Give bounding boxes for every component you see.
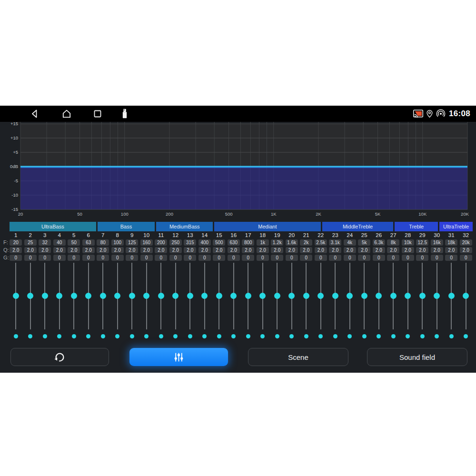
q-value-box: 2.0 — [9, 247, 23, 254]
gain-slider[interactable] — [139, 262, 154, 332]
q-value: 2.0 — [198, 247, 211, 253]
gain-slider[interactable] — [386, 262, 401, 332]
gain-slider[interactable] — [285, 262, 299, 332]
gain-slider[interactable] — [110, 262, 125, 332]
gain-slider[interactable] — [314, 262, 328, 332]
gain-slider[interactable] — [9, 262, 23, 332]
gain-slider[interactable] — [343, 262, 357, 332]
slider-thumb[interactable] — [361, 293, 367, 299]
slider-thumb[interactable] — [201, 293, 208, 299]
gain-slider[interactable] — [52, 262, 67, 332]
q-value-box: 2.0 — [227, 247, 241, 254]
eq-chart-svg: +15+10+50dB-5-10-1520501002005001K2K5K10… — [0, 122, 476, 220]
q-value: 2.0 — [300, 247, 312, 253]
equalizer-button[interactable] — [129, 348, 228, 366]
slider-thumb[interactable] — [56, 293, 62, 299]
slider-thumb[interactable] — [259, 293, 266, 299]
gain-slider[interactable] — [38, 262, 52, 332]
slider-thumb[interactable] — [448, 293, 455, 299]
q-value: 2.0 — [402, 247, 414, 253]
gain-slider[interactable] — [241, 262, 256, 332]
gain-slider[interactable] — [227, 262, 241, 332]
freq-value: 3.1k — [329, 239, 341, 246]
slider-thumb[interactable] — [27, 293, 33, 299]
freq-value: 200 — [155, 239, 167, 246]
slider-thumb[interactable] — [245, 293, 251, 299]
gain-slider[interactable] — [401, 262, 416, 332]
gain-slider[interactable] — [81, 262, 96, 332]
gain-slider[interactable] — [23, 262, 38, 332]
band-number: 31 — [444, 231, 459, 238]
gain-value: 0 — [228, 255, 240, 261]
gain-value-box: 0 — [430, 254, 445, 261]
slider-thumb[interactable] — [13, 293, 19, 299]
gain-slider[interactable] — [96, 262, 110, 332]
q-value: 2.0 — [387, 247, 399, 253]
gain-slider[interactable] — [328, 262, 343, 332]
x-tick-label: 20K — [461, 211, 469, 217]
gain-slider[interactable] — [125, 262, 139, 332]
scene-button[interactable]: Scene — [248, 348, 348, 366]
slider-thumb[interactable] — [216, 293, 222, 299]
gain-slider[interactable] — [459, 262, 474, 332]
slider-thumb[interactable] — [143, 293, 149, 299]
slider-thumb[interactable] — [129, 293, 135, 299]
gain-slider[interactable] — [169, 262, 183, 332]
min-marker — [23, 333, 38, 339]
slider-thumb[interactable] — [303, 293, 309, 299]
freq-value: 8k — [387, 239, 399, 246]
slider-thumb[interactable] — [288, 293, 295, 299]
slider-thumb[interactable] — [42, 293, 48, 299]
slider-thumb[interactable] — [114, 293, 120, 299]
q-value: 2.0 — [111, 247, 124, 253]
gain-slider[interactable] — [198, 262, 212, 332]
slider-thumb[interactable] — [347, 293, 353, 299]
band-number: 17 — [241, 231, 256, 238]
home-icon[interactable] — [61, 108, 72, 119]
back-icon[interactable] — [29, 108, 40, 119]
gain-slider[interactable] — [299, 262, 314, 332]
q-value: 2.0 — [329, 247, 341, 253]
reset-button[interactable] — [10, 348, 109, 366]
slider-thumb[interactable] — [230, 293, 237, 299]
slider-thumb[interactable] — [390, 293, 397, 299]
y-tick-label: -10 — [11, 192, 18, 198]
slider-thumb[interactable] — [419, 293, 426, 299]
slider-thumb[interactable] — [463, 293, 469, 299]
gain-slider[interactable] — [154, 262, 169, 332]
gain-slider[interactable] — [357, 262, 372, 332]
gain-value-box: 0 — [459, 254, 474, 261]
gain-slider[interactable] — [444, 262, 459, 332]
slider-thumb[interactable] — [376, 293, 382, 299]
min-marker — [343, 333, 357, 339]
freq-value-box: 8k — [386, 239, 401, 246]
bottom-toolbar: Scene Sound field — [10, 348, 467, 367]
recents-icon[interactable] — [92, 108, 103, 119]
slider-thumb[interactable] — [332, 293, 338, 299]
gain-slider[interactable] — [430, 262, 445, 332]
slider-thumb[interactable] — [85, 293, 91, 299]
slider-thumb[interactable] — [317, 293, 324, 299]
gain-slider[interactable] — [270, 262, 285, 332]
freq-value-box: 16k — [430, 239, 445, 246]
slider-thumb[interactable] — [274, 293, 280, 299]
gain-slider[interactable] — [256, 262, 270, 332]
gain-slider[interactable] — [372, 262, 387, 332]
gain-slider[interactable] — [415, 262, 430, 332]
q-value-box: 2.0 — [459, 247, 474, 254]
slider-thumb[interactable] — [100, 293, 106, 299]
gain-slider[interactable] — [183, 262, 198, 332]
slider-thumb[interactable] — [434, 293, 440, 299]
band-number-label: 17 — [245, 232, 251, 238]
slider-thumb[interactable] — [172, 293, 178, 299]
slider-thumb[interactable] — [158, 293, 164, 299]
slider-thumb[interactable] — [71, 293, 77, 299]
gain-slider[interactable] — [67, 262, 81, 332]
sound-field-button[interactable]: Sound field — [367, 348, 467, 366]
band-number-label: 13 — [187, 232, 193, 238]
slider-thumb[interactable] — [405, 293, 411, 299]
min-marker-dot — [86, 334, 90, 338]
x-tick-label: 50 — [77, 211, 82, 217]
slider-thumb[interactable] — [187, 293, 193, 299]
gain-slider[interactable] — [212, 262, 227, 332]
